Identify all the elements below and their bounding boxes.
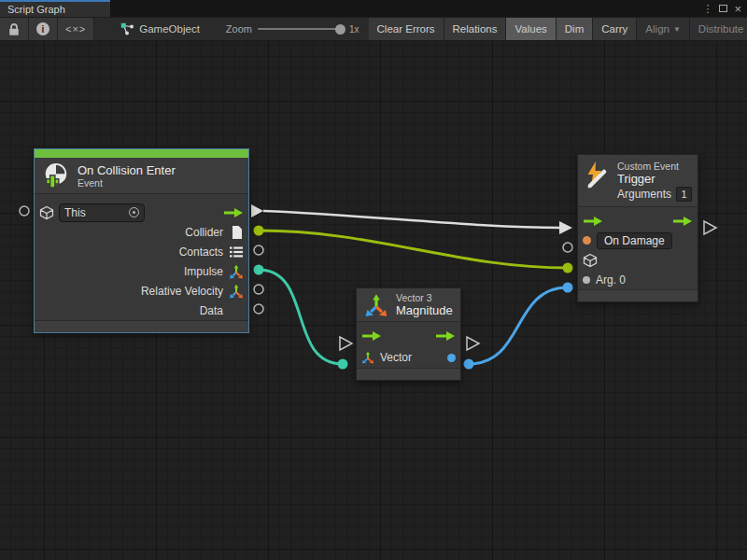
row-relative-velocity: Relative Velocity (35, 281, 248, 301)
wire-arrowhead-icon (559, 221, 572, 234)
port-label: Contacts (179, 245, 223, 259)
wire-control-flow[interactable] (263, 211, 572, 234)
vector3-icon (229, 264, 244, 279)
gameobject-label: GameObject (139, 23, 200, 35)
tab-script-graph[interactable]: Script Graph (0, 0, 110, 17)
port-magnitude-output[interactable] (464, 359, 474, 370)
node-title: Magnitude (396, 303, 453, 317)
row-vector: Vector (357, 347, 460, 368)
kebab-menu-icon[interactable]: ⋮ (702, 4, 712, 14)
code-preview-button[interactable]: <×> (58, 18, 94, 40)
float-output-dot-icon (447, 354, 456, 362)
align-button[interactable]: Align ▼ (637, 18, 690, 40)
node-header: On Collision Enter Event (35, 158, 248, 194)
vector3-icon (361, 351, 374, 364)
node-footer (357, 368, 460, 380)
target-object-field[interactable]: This (59, 203, 145, 222)
dim-button[interactable]: Dim (557, 18, 593, 40)
port-magnitude-control-output[interactable] (467, 337, 479, 350)
collider-document-icon (232, 226, 242, 239)
node-vector3-magnitude[interactable]: Vector 3 Magnitude Vector (356, 287, 461, 381)
relations-button[interactable]: Relations (444, 18, 507, 40)
node-on-collision-enter[interactable]: On Collision Enter Event This (34, 148, 249, 333)
lock-icon (7, 22, 21, 36)
wire-collider-to-gameobject[interactable] (259, 231, 568, 268)
port-collider-output[interactable] (254, 226, 264, 236)
port-label: Relative Velocity (141, 285, 223, 298)
contacts-list-icon (230, 246, 243, 258)
port-vector-input[interactable] (338, 359, 348, 370)
gameobject-cube-icon (39, 205, 54, 220)
graph-node-icon (120, 22, 134, 35)
arguments-label: Arguments (617, 188, 671, 201)
node-port-rows: On Damage Arg. 0 (578, 207, 698, 289)
port-event-target-input[interactable] (563, 263, 573, 273)
port-label: Vector (380, 351, 412, 364)
object-picker-icon[interactable] (129, 207, 139, 217)
node-port-rows: This Collider Contacts (35, 194, 248, 320)
zoom-value: 1x (349, 24, 359, 35)
port-arg0-input[interactable] (563, 283, 573, 293)
row-this: This (35, 203, 248, 222)
port-label: Impulse (184, 265, 223, 278)
port-event-control-output[interactable] (704, 221, 716, 234)
collision-event-icon (42, 161, 70, 189)
control-input-arrow-icon (361, 330, 382, 342)
port-event-name-input[interactable] (563, 243, 572, 252)
node-category: Vector 3 (396, 292, 453, 303)
close-icon[interactable]: × (734, 3, 741, 15)
row-data: Data (35, 301, 248, 320)
node-trigger-custom-event[interactable]: Custom Event Trigger Arguments 1 (577, 154, 698, 302)
inspect-button[interactable]: i (29, 18, 58, 40)
node-port-rows: Vector (357, 322, 460, 368)
chevron-down-icon: ▼ (673, 25, 681, 34)
zoom-slider[interactable] (258, 28, 344, 30)
align-label: Align (645, 23, 669, 35)
port-data-output[interactable] (254, 304, 263, 314)
port-magnitude-control-input[interactable] (340, 337, 352, 350)
zoom-control: Zoom 1x (209, 18, 369, 40)
node-title: Trigger (617, 172, 692, 186)
window-controls: ⋮ × (702, 0, 747, 17)
arguments-count-field[interactable]: 1 (676, 187, 692, 202)
node-header: Custom Event Trigger Arguments 1 (578, 155, 698, 207)
clear-errors-button[interactable]: Clear Errors (369, 18, 444, 40)
gameobject-cube-icon (583, 253, 598, 268)
port-label: Collider (185, 226, 223, 239)
event-name-field[interactable]: On Damage (597, 232, 672, 249)
row-impulse: Impulse (35, 261, 248, 281)
port-contacts-output[interactable] (254, 245, 263, 255)
tab-label: Script Graph (7, 4, 65, 15)
port-this-input[interactable] (20, 206, 29, 216)
carry-button[interactable]: Carry (593, 18, 637, 40)
string-input-dot-icon (583, 236, 591, 245)
vector3-icon (229, 284, 244, 299)
row-contacts: Contacts (35, 242, 248, 261)
port-label: Data (200, 304, 223, 317)
control-output-arrow-icon (672, 216, 693, 227)
port-label: Arg. 0 (596, 273, 626, 287)
node-footer (578, 289, 698, 301)
custom-event-icon (584, 161, 610, 189)
wire-impulse-to-vector[interactable] (259, 270, 343, 364)
info-icon: i (36, 22, 49, 35)
distribute-label: Distribute (698, 23, 744, 35)
graph-canvas[interactable]: On Collision Enter Event This (0, 41, 747, 560)
distribute-button[interactable]: Distribute ▼ (690, 18, 747, 40)
node-title: On Collision Enter (78, 163, 176, 177)
unity-script-graph-window: Script Graph ⋮ × i <×> (0, 0, 747, 560)
zoom-slider-handle[interactable] (335, 24, 345, 35)
maximize-icon[interactable] (719, 5, 727, 12)
row-control (357, 324, 460, 347)
vector3-icon (364, 293, 388, 317)
lock-button[interactable] (0, 18, 29, 40)
row-collider: Collider (35, 222, 248, 242)
port-impulse-output[interactable] (254, 265, 264, 275)
event-name-value: On Damage (604, 234, 665, 247)
node-header: Vector 3 Magnitude (357, 288, 460, 322)
wire-magnitude-to-arg0[interactable] (469, 287, 568, 364)
values-button[interactable]: Values (506, 18, 556, 40)
port-relative-velocity-output[interactable] (254, 285, 263, 294)
port-control-output[interactable] (251, 204, 263, 217)
node-subtitle: Event (78, 177, 176, 189)
